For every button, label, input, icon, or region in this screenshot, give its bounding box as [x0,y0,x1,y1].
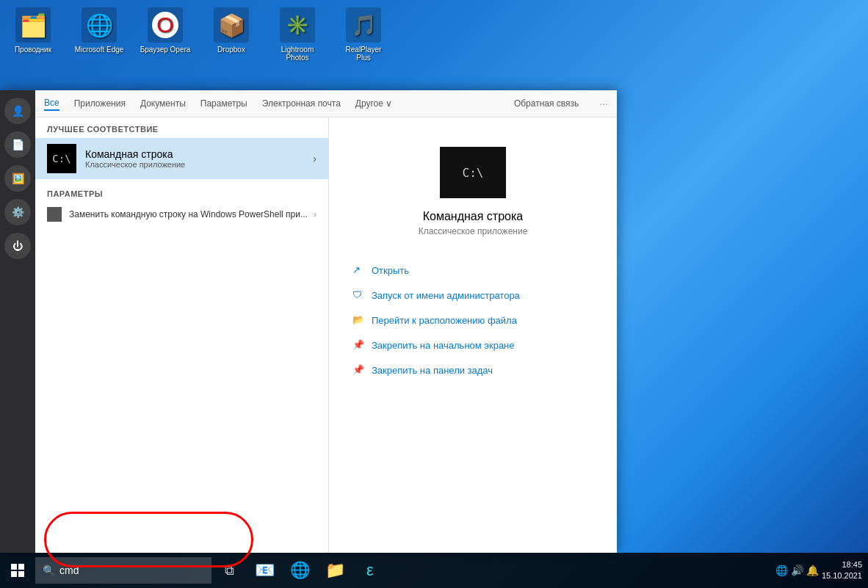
pin-start-icon: 📌 [352,339,364,351]
folder-icon: 📂 [352,314,364,326]
taskbar-fileexplorer[interactable]: 📁 [317,553,352,588]
explorer-icon: 📁 [325,561,345,580]
svg-rect-4 [11,564,17,570]
more-options-icon[interactable]: ··· [599,98,608,109]
tab-all[interactable]: Все [44,96,59,111]
action-file-location[interactable]: 📂 Перейти к расположению файла [344,308,602,332]
desktop-icon-dropbox[interactable]: 📦 Dropbox [206,7,257,62]
action-open[interactable]: ↗ Открыть [344,258,602,282]
tab-params[interactable]: Параметры [200,97,247,110]
best-match-label: Лучшее соответствие [35,117,328,138]
system-clock[interactable]: 18:45 15.10.2021 [822,559,862,582]
task-view-button[interactable]: ⧉ [211,553,247,588]
system-tray: 🌐 🔊 🔔 18:45 15.10.2021 [775,559,868,582]
chrome-icon: 🌐 [290,561,310,580]
taskbar-outlook-icon[interactable]: 📧 [247,553,282,588]
taskbar-chrome[interactable]: 🌐 [282,553,317,588]
svg-rect-6 [11,571,17,577]
settings-item-icon [47,207,62,222]
open-icon: ↗ [352,264,364,276]
taskbar-edge[interactable]: ε [352,553,388,588]
taskbar: 🔍 ⧉ 📧 🌐 📁 ε 🌐 🔊 🔔 [0,553,868,588]
desktop: 🗂️ Проводник 🌐 Microsoft Edge O Браузер … [0,0,868,588]
tab-docs[interactable]: Документы [140,97,186,110]
svg-rect-3 [55,215,59,219]
svg-rect-7 [18,571,24,577]
best-match-arrow-icon: › [313,153,317,164]
best-match-item[interactable]: C:\ Командная строка Классическое прилож… [35,138,328,179]
app-preview-title: Командная строка [423,210,524,223]
taskbar-pinned-apps: 🌐 📁 ε [282,553,388,588]
app-actions-list: ↗ Открыть 🛡 Запуск от имени администрато… [344,258,602,382]
taskbar-search-icon: 🔍 [43,565,55,576]
action-run-as-admin[interactable]: 🛡 Запуск от имени администратора [344,283,602,307]
task-view-icon: ⧉ [225,563,234,578]
notification-icon[interactable]: 🔔 [806,565,819,576]
pictures-icon[interactable]: 🖼️ [4,165,31,192]
best-match-text: Командная строка Классическое приложение [85,148,185,169]
start-menu: 👤 📄 🖼️ ⚙️ ⏻ Все Приложения Документы Пар… [0,90,617,553]
documents-icon[interactable]: 📄 [4,131,31,158]
network-icon[interactable]: 🌐 [775,565,788,576]
desktop-icon-lightroom[interactable]: ✳️ Lightroom Photos [272,7,323,62]
tab-apps[interactable]: Приложения [74,97,126,110]
taskbar-search-area[interactable]: 🔍 [35,557,211,584]
volume-icon[interactable]: 🔊 [791,565,803,576]
admin-icon: 🛡 [352,289,364,301]
start-menu-sidebar: 👤 📄 🖼️ ⚙️ ⏻ [0,90,35,553]
tab-feedback[interactable]: Обратная связь [514,98,579,109]
cmd-icon-large: C:\ [47,144,76,173]
search-results: Лучшее соответствие C:\ Командная строка… [35,117,617,553]
search-right-panel: C:\ Командная строка Классическое прилож… [329,117,617,553]
svg-rect-0 [50,210,54,214]
settings-item-text-0: Заменить командную строку на Windows Pow… [69,209,314,219]
app-preview-subtitle: Классическое приложение [419,226,528,236]
start-button[interactable] [0,553,35,588]
taskbar-search-input[interactable] [59,565,192,576]
desktop-icon-realplayer[interactable]: 🎵 RealPlayer Plus [338,7,389,62]
settings-item-arrow: › [314,209,317,219]
settings-section: Параметры Заменить командную строку на W… [35,179,328,226]
desktop-icon-explorer[interactable]: 🗂️ Проводник [7,7,59,62]
settings-label: Параметры [35,179,328,203]
tab-other[interactable]: Другое ∨ [355,97,392,110]
desktop-icon-edge[interactable]: 🌐 Microsoft Edge [73,7,125,62]
search-left-panel: Лучшее соответствие C:\ Командная строка… [35,117,329,553]
power-icon[interactable]: ⏻ [4,233,31,259]
app-preview-cmd-icon: C:\ [440,147,506,198]
settings-icon[interactable]: ⚙️ [4,199,31,225]
filter-tabs-bar: Все Приложения Документы Параметры Элект… [35,90,617,117]
svg-rect-2 [50,215,54,219]
action-pin-taskbar[interactable]: 📌 Закрепить на панели задач [344,358,602,382]
user-avatar[interactable]: 👤 [4,98,31,124]
pin-taskbar-icon: 📌 [352,364,364,376]
svg-rect-5 [18,564,24,570]
tab-email[interactable]: Электронная почта [262,97,341,110]
desktop-icon-opera[interactable]: O Браузер Opera [140,7,191,62]
action-pin-start[interactable]: 📌 Закрепить на начальном экране [344,333,602,357]
svg-rect-1 [55,210,59,214]
edge-icon: ε [366,561,374,580]
settings-item-0[interactable]: Заменить командную строку на Windows Pow… [35,203,328,226]
outlook-icon: 📧 [255,561,275,580]
desktop-icons-container: 🗂️ Проводник 🌐 Microsoft Edge O Браузер … [7,7,389,62]
